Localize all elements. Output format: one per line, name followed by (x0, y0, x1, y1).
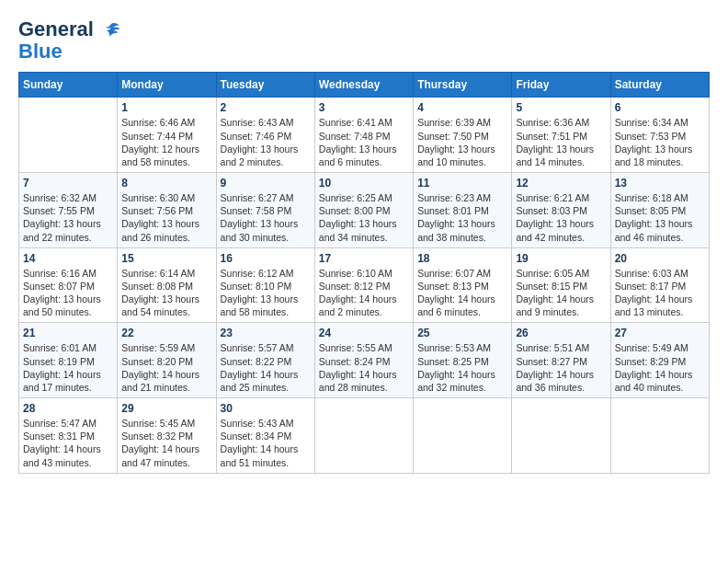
day-number: 4 (417, 101, 507, 114)
day-info: Sunrise: 5:59 AM Sunset: 8:20 PM Dayligh… (121, 341, 211, 394)
day-info: Sunrise: 6:39 AM Sunset: 7:50 PM Dayligh… (417, 116, 507, 168)
calendar-cell: 18Sunrise: 6:07 AM Sunset: 8:13 PM Dayli… (414, 247, 512, 323)
calendar-cell: 20Sunrise: 6:03 AM Sunset: 8:17 PM Dayli… (610, 247, 709, 323)
day-number: 13 (615, 177, 705, 190)
header-day-sunday: Sunday (19, 73, 118, 98)
header-day-friday: Friday (512, 73, 610, 98)
day-info: Sunrise: 6:36 AM Sunset: 7:51 PM Dayligh… (516, 116, 606, 168)
calendar-cell: 23Sunrise: 5:57 AM Sunset: 8:22 PM Dayli… (216, 323, 314, 398)
calendar-cell: 30Sunrise: 5:43 AM Sunset: 8:34 PM Dayli… (216, 398, 314, 474)
day-number: 17 (319, 252, 409, 265)
day-number: 15 (121, 252, 211, 265)
calendar-cell: 1Sunrise: 6:46 AM Sunset: 7:44 PM Daylig… (118, 98, 216, 173)
calendar-cell: 8Sunrise: 6:30 AM Sunset: 7:56 PM Daylig… (118, 173, 216, 248)
day-number: 29 (121, 402, 211, 415)
day-info: Sunrise: 6:25 AM Sunset: 8:00 PM Dayligh… (319, 191, 409, 244)
day-number: 23 (221, 327, 311, 339)
calendar-cell: 6Sunrise: 6:34 AM Sunset: 7:53 PM Daylig… (610, 98, 709, 173)
day-info: Sunrise: 6:14 AM Sunset: 8:08 PM Dayligh… (121, 267, 211, 319)
calendar-week-row: 1Sunrise: 6:46 AM Sunset: 7:44 PM Daylig… (19, 98, 710, 173)
header-row: SundayMondayTuesdayWednesdayThursdayFrid… (19, 73, 710, 98)
calendar-cell: 26Sunrise: 5:51 AM Sunset: 8:27 PM Dayli… (512, 323, 610, 398)
day-number: 28 (23, 402, 113, 415)
day-number: 22 (121, 327, 211, 339)
day-info: Sunrise: 6:03 AM Sunset: 8:17 PM Dayligh… (615, 267, 705, 319)
day-number: 26 (516, 327, 606, 339)
calendar-cell: 28Sunrise: 5:47 AM Sunset: 8:31 PM Dayli… (19, 398, 118, 474)
calendar-cell: 24Sunrise: 5:55 AM Sunset: 8:24 PM Dayli… (314, 323, 413, 398)
day-number: 19 (516, 252, 606, 265)
day-number: 10 (319, 177, 409, 190)
header-day-thursday: Thursday (414, 73, 512, 98)
day-info: Sunrise: 5:47 AM Sunset: 8:31 PM Dayligh… (23, 417, 113, 469)
calendar-table: SundayMondayTuesdayWednesdayThursdayFrid… (18, 72, 710, 473)
header-day-monday: Monday (118, 73, 216, 98)
calendar-cell: 25Sunrise: 5:53 AM Sunset: 8:25 PM Dayli… (414, 323, 512, 398)
day-number: 2 (221, 101, 311, 114)
logo-bird-icon (101, 22, 121, 39)
calendar-cell (314, 398, 413, 474)
day-number: 6 (615, 101, 705, 114)
day-info: Sunrise: 6:05 AM Sunset: 8:15 PM Dayligh… (516, 267, 606, 319)
day-number: 20 (615, 252, 705, 265)
day-number: 16 (221, 252, 311, 265)
day-info: Sunrise: 5:53 AM Sunset: 8:25 PM Dayligh… (417, 341, 507, 394)
calendar-cell: 4Sunrise: 6:39 AM Sunset: 7:50 PM Daylig… (414, 98, 512, 173)
calendar-header: SundayMondayTuesdayWednesdayThursdayFrid… (19, 73, 710, 98)
day-info: Sunrise: 5:57 AM Sunset: 8:22 PM Dayligh… (221, 341, 311, 394)
day-number: 24 (319, 327, 409, 339)
calendar-week-row: 7Sunrise: 6:32 AM Sunset: 7:55 PM Daylig… (19, 173, 710, 248)
calendar-cell: 16Sunrise: 6:12 AM Sunset: 8:10 PM Dayli… (216, 247, 314, 323)
calendar-cell: 11Sunrise: 6:23 AM Sunset: 8:01 PM Dayli… (414, 173, 512, 248)
calendar-cell: 21Sunrise: 6:01 AM Sunset: 8:19 PM Dayli… (19, 323, 118, 398)
day-number: 25 (417, 327, 507, 339)
day-number: 7 (23, 177, 113, 190)
calendar-cell: 12Sunrise: 6:21 AM Sunset: 8:03 PM Dayli… (512, 173, 610, 248)
day-info: Sunrise: 6:12 AM Sunset: 8:10 PM Dayligh… (221, 267, 311, 319)
calendar-week-row: 21Sunrise: 6:01 AM Sunset: 8:19 PM Dayli… (19, 323, 710, 398)
calendar-cell (512, 398, 610, 474)
calendar-cell (19, 98, 118, 173)
header: General Blue (18, 18, 710, 63)
calendar-cell: 29Sunrise: 5:45 AM Sunset: 8:32 PM Dayli… (118, 398, 216, 474)
calendar-cell: 13Sunrise: 6:18 AM Sunset: 8:05 PM Dayli… (610, 173, 709, 248)
calendar-cell: 19Sunrise: 6:05 AM Sunset: 8:15 PM Dayli… (512, 247, 610, 323)
day-info: Sunrise: 6:23 AM Sunset: 8:01 PM Dayligh… (417, 191, 507, 244)
header-day-saturday: Saturday (610, 73, 709, 98)
day-info: Sunrise: 6:30 AM Sunset: 7:56 PM Dayligh… (121, 191, 211, 244)
calendar-cell: 14Sunrise: 6:16 AM Sunset: 8:07 PM Dayli… (19, 247, 118, 323)
day-info: Sunrise: 5:43 AM Sunset: 8:34 PM Dayligh… (221, 417, 311, 469)
day-info: Sunrise: 5:51 AM Sunset: 8:27 PM Dayligh… (516, 341, 606, 394)
day-number: 11 (417, 177, 507, 190)
day-info: Sunrise: 6:07 AM Sunset: 8:13 PM Dayligh… (417, 267, 507, 319)
day-info: Sunrise: 6:46 AM Sunset: 7:44 PM Dayligh… (121, 116, 211, 168)
header-day-wednesday: Wednesday (314, 73, 413, 98)
day-info: Sunrise: 6:18 AM Sunset: 8:05 PM Dayligh… (615, 191, 705, 244)
calendar-cell: 5Sunrise: 6:36 AM Sunset: 7:51 PM Daylig… (512, 98, 610, 173)
calendar-cell: 7Sunrise: 6:32 AM Sunset: 7:55 PM Daylig… (19, 173, 118, 248)
calendar-week-row: 14Sunrise: 6:16 AM Sunset: 8:07 PM Dayli… (19, 247, 710, 323)
day-info: Sunrise: 5:49 AM Sunset: 8:29 PM Dayligh… (615, 341, 705, 394)
day-number: 9 (221, 177, 311, 190)
day-info: Sunrise: 6:21 AM Sunset: 8:03 PM Dayligh… (516, 191, 606, 244)
day-number: 12 (516, 177, 606, 190)
calendar-cell: 17Sunrise: 6:10 AM Sunset: 8:12 PM Dayli… (314, 247, 413, 323)
day-info: Sunrise: 6:16 AM Sunset: 8:07 PM Dayligh… (23, 267, 113, 319)
logo: General Blue (18, 18, 121, 63)
day-info: Sunrise: 6:01 AM Sunset: 8:19 PM Dayligh… (23, 341, 113, 394)
calendar-body: 1Sunrise: 6:46 AM Sunset: 7:44 PM Daylig… (19, 98, 710, 473)
calendar-cell (610, 398, 709, 474)
day-info: Sunrise: 6:41 AM Sunset: 7:48 PM Dayligh… (319, 116, 409, 168)
day-number: 27 (615, 327, 705, 339)
calendar-cell: 2Sunrise: 6:43 AM Sunset: 7:46 PM Daylig… (216, 98, 314, 173)
day-number: 1 (121, 101, 211, 114)
day-number: 8 (121, 177, 211, 190)
day-info: Sunrise: 5:55 AM Sunset: 8:24 PM Dayligh… (319, 341, 409, 394)
day-number: 3 (319, 101, 409, 114)
day-info: Sunrise: 6:43 AM Sunset: 7:46 PM Dayligh… (221, 116, 311, 168)
day-info: Sunrise: 6:32 AM Sunset: 7:55 PM Dayligh… (23, 191, 113, 244)
calendar-week-row: 28Sunrise: 5:47 AM Sunset: 8:31 PM Dayli… (19, 398, 710, 474)
day-info: Sunrise: 6:10 AM Sunset: 8:12 PM Dayligh… (319, 267, 409, 319)
day-info: Sunrise: 6:34 AM Sunset: 7:53 PM Dayligh… (615, 116, 705, 168)
day-info: Sunrise: 6:27 AM Sunset: 7:58 PM Dayligh… (221, 191, 311, 244)
